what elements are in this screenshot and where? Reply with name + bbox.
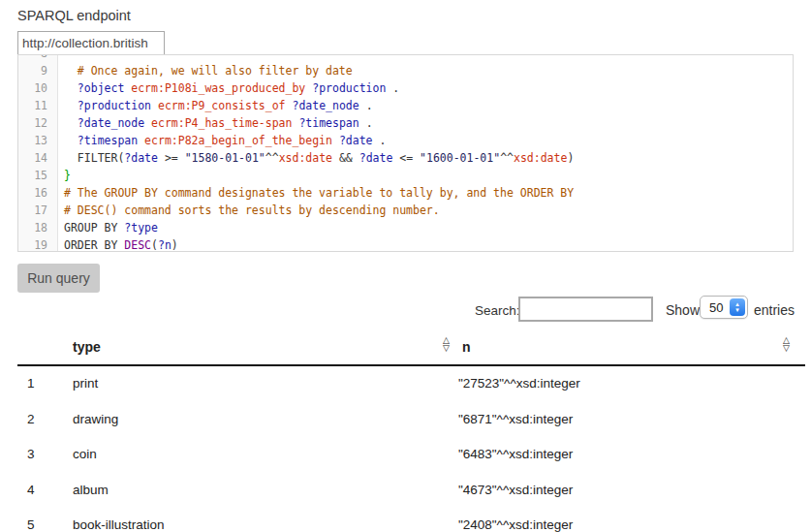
table-row: 3 coin "6483"^^xsd:integer — [17, 437, 805, 473]
row-index: 4 — [27, 473, 35, 509]
code-line: 17# DESC() command sorts the results by … — [18, 202, 793, 219]
table-row: 5 book-illustration "2408"^^xsd:integer — [17, 508, 805, 532]
sort-desc-icon: ▽ — [783, 344, 790, 352]
select-stepper-icon: ▴ ▾ — [730, 298, 745, 316]
sparql-code-editor[interactable]: 89 # Once again, we will also filter by … — [17, 54, 794, 252]
code-text: FILTER(?date >= "1580-01-01"^^xsd:date &… — [57, 149, 574, 167]
line-number: 18 — [18, 219, 57, 236]
code-line: 12 ?date_node ecrm:P4_has_time-span ?tim… — [18, 114, 793, 132]
entries-label: entries — [754, 302, 795, 318]
line-number: 13 — [18, 132, 57, 149]
cell-type: drawing — [73, 402, 118, 438]
code-text: ?date_node ecrm:P4_has_time-span ?timesp… — [57, 114, 373, 132]
line-number: 15 — [18, 167, 57, 184]
line-number: 11 — [18, 97, 57, 114]
row-index: 1 — [27, 366, 35, 402]
code-line: 8 — [18, 54, 793, 62]
line-number: 17 — [18, 202, 57, 219]
code-text: GROUP BY ?type — [57, 219, 158, 236]
search-label: Search: — [475, 303, 520, 318]
code-text: # The GROUP BY command designates the va… — [57, 184, 574, 202]
column-header-type[interactable]: type — [73, 339, 101, 355]
code-line: 13 ?timespan ecrm:P82a_begin_of_the_begi… — [18, 132, 793, 149]
column-header-n[interactable]: n — [462, 339, 471, 355]
line-number: 16 — [18, 184, 57, 202]
code-text: # Once again, we will also filter by dat… — [57, 62, 353, 79]
endpoint-url-input[interactable] — [17, 31, 165, 55]
code-line: 15} — [18, 167, 793, 184]
row-index: 5 — [27, 508, 35, 532]
cell-type: book-illustration — [73, 508, 165, 532]
cell-n: "6871"^^xsd:integer — [458, 402, 573, 438]
page-size-select[interactable]: 50 ▴ ▾ — [700, 296, 748, 319]
sort-icon-type[interactable]: △ ▽ — [443, 336, 450, 352]
endpoint-label: SPARQL endpoint — [17, 8, 131, 23]
cell-n: "6483"^^xsd:integer — [458, 437, 573, 473]
show-entries-label: Show — [666, 302, 700, 318]
code-line: 18GROUP BY ?type — [18, 219, 793, 236]
code-lines: 89 # Once again, we will also filter by … — [18, 54, 793, 252]
cell-n: "4673"^^xsd:integer — [458, 473, 573, 509]
line-number: 12 — [18, 114, 57, 132]
cell-n: "2408"^^xsd:integer — [458, 508, 573, 532]
cell-type: print — [73, 366, 98, 402]
cell-type: album — [73, 473, 109, 509]
row-index: 3 — [27, 437, 35, 473]
stepper-down-icon: ▾ — [735, 307, 739, 313]
code-text: ?timespan ecrm:P82a_begin_of_the_begin ?… — [57, 132, 386, 149]
code-line: 19ORDER BY DESC(?n) — [18, 236, 793, 252]
line-number: 9 — [18, 62, 57, 79]
code-text — [57, 54, 64, 62]
code-line: 11 ?production ecrm:P9_consists_of ?date… — [18, 97, 793, 114]
row-index: 2 — [27, 402, 35, 438]
line-number: 10 — [18, 79, 57, 97]
line-number: 8 — [18, 54, 57, 62]
code-text: ?production ecrm:P9_consists_of ?date_no… — [57, 97, 373, 114]
sort-desc-icon: ▽ — [443, 344, 450, 352]
run-query-button[interactable]: Run query — [17, 264, 100, 293]
line-number: 14 — [18, 149, 57, 167]
cell-type: coin — [73, 437, 97, 473]
code-text: ?object ecrm:P108i_was_produced_by ?prod… — [57, 79, 399, 97]
code-line: 10 ?object ecrm:P108i_was_produced_by ?p… — [18, 79, 793, 97]
code-text: ORDER BY DESC(?n) — [57, 236, 178, 252]
code-line: 16# The GROUP BY command designates the … — [18, 184, 793, 202]
line-number: 19 — [18, 236, 57, 252]
results-table-body: 1 print "27523"^^xsd:integer 2 drawing "… — [17, 366, 805, 532]
code-text: # DESC() command sorts the results by de… — [57, 202, 440, 219]
code-line: 14 FILTER(?date >= "1580-01-01"^^xsd:dat… — [18, 149, 793, 167]
sort-icon-n[interactable]: △ ▽ — [783, 336, 790, 352]
cell-n: "27523"^^xsd:integer — [458, 366, 580, 402]
code-line: 9 # Once again, we will also filter by d… — [18, 62, 793, 79]
search-input[interactable] — [518, 297, 653, 322]
table-row: 4 album "4673"^^xsd:integer — [17, 473, 805, 509]
page-size-value: 50 — [709, 300, 723, 315]
table-row: 1 print "27523"^^xsd:integer — [17, 366, 805, 402]
table-row: 2 drawing "6871"^^xsd:integer — [17, 402, 805, 438]
sparql-query-page: SPARQL endpoint 89 # Once again, we will… — [0, 0, 811, 532]
code-text: } — [57, 167, 71, 184]
